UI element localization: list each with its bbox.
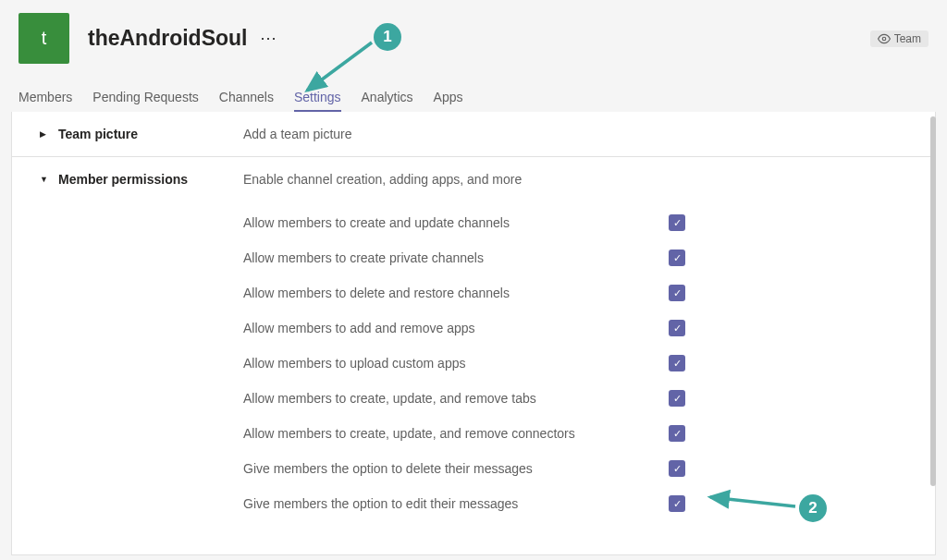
permission-label: Allow members to add and remove apps bbox=[243, 321, 669, 335]
tab-pending-requests[interactable]: Pending Requests bbox=[92, 90, 198, 112]
caret-down-icon: ▼ bbox=[40, 175, 49, 184]
section-team-picture[interactable]: ▶ Team picture Add a team picture bbox=[12, 112, 935, 156]
team-name: theAndroidSoul bbox=[88, 26, 247, 51]
check-icon: ✓ bbox=[673, 253, 682, 263]
permission-label: Allow members to delete and restore chan… bbox=[243, 286, 669, 300]
section-title: Member permissions bbox=[58, 172, 243, 187]
permission-checkbox[interactable]: ✓ bbox=[669, 214, 685, 231]
permission-label: Allow members to create and update chann… bbox=[243, 215, 669, 230]
permission-row: Allow members to delete and restore chan… bbox=[12, 275, 935, 310]
check-icon: ✓ bbox=[673, 288, 682, 298]
check-icon: ✓ bbox=[673, 218, 682, 228]
permission-checkbox[interactable]: ✓ bbox=[669, 425, 685, 442]
permission-checkbox[interactable]: ✓ bbox=[669, 355, 685, 371]
check-icon: ✓ bbox=[673, 464, 682, 474]
tab-analytics[interactable]: Analytics bbox=[362, 90, 413, 112]
tab-channels[interactable]: Channels bbox=[219, 90, 274, 112]
permission-row: Allow members to create, update, and rem… bbox=[12, 381, 935, 416]
check-icon: ✓ bbox=[673, 359, 682, 369]
check-icon: ✓ bbox=[673, 394, 682, 404]
tab-settings[interactable]: Settings bbox=[294, 90, 341, 112]
tab-members[interactable]: Members bbox=[18, 90, 72, 112]
permission-checkbox[interactable]: ✓ bbox=[669, 285, 685, 301]
avatar-letter: t bbox=[42, 28, 47, 49]
section-desc: Add a team picture bbox=[243, 127, 352, 141]
section-member-permissions: ▼ Member permissions Enable channel crea… bbox=[12, 156, 935, 536]
eye-icon bbox=[878, 32, 891, 45]
permission-label: Give members the option to delete their … bbox=[243, 461, 669, 476]
badge-label: Team bbox=[894, 32, 921, 45]
permission-row: Give members the option to edit their me… bbox=[12, 486, 935, 521]
permission-checkbox[interactable]: ✓ bbox=[669, 320, 685, 336]
permission-row: Allow members to create private channels… bbox=[12, 240, 935, 275]
section-header[interactable]: ▼ Member permissions Enable channel crea… bbox=[12, 172, 935, 187]
more-options-button[interactable]: ··· bbox=[260, 29, 277, 48]
permission-row: Give members the option to delete their … bbox=[12, 451, 935, 486]
permission-row: Allow members to create and update chann… bbox=[12, 205, 935, 240]
callout-badge-2: 2 bbox=[799, 494, 827, 522]
permission-label: Allow members to upload custom apps bbox=[243, 356, 669, 371]
tab-bar: Members Pending Requests Channels Settin… bbox=[18, 90, 929, 112]
settings-content: ▶ Team picture Add a team picture ▼ Memb… bbox=[11, 112, 936, 555]
permission-row: Allow members to create, update, and rem… bbox=[12, 416, 935, 451]
section-title: Team picture bbox=[58, 127, 243, 141]
permission-checkbox[interactable]: ✓ bbox=[669, 250, 685, 266]
scrollbar[interactable] bbox=[930, 116, 936, 558]
permission-checkbox[interactable]: ✓ bbox=[669, 495, 685, 512]
check-icon: ✓ bbox=[673, 323, 682, 334]
check-icon: ✓ bbox=[673, 499, 682, 509]
permission-label: Allow members to create, update, and rem… bbox=[243, 391, 669, 406]
callout-badge-1: 1 bbox=[374, 23, 401, 51]
permission-row: Allow members to upload custom apps ✓ bbox=[12, 346, 935, 381]
permission-label: Give members the option to edit their me… bbox=[243, 496, 669, 511]
section-desc: Enable channel creation, adding apps, an… bbox=[243, 172, 522, 187]
permission-label: Allow members to create private channels bbox=[243, 250, 669, 265]
scrollbar-thumb[interactable] bbox=[930, 116, 936, 486]
permission-checkbox[interactable]: ✓ bbox=[669, 390, 685, 407]
permissions-list: Allow members to create and update chann… bbox=[12, 205, 935, 521]
check-icon: ✓ bbox=[673, 429, 682, 439]
tab-apps[interactable]: Apps bbox=[434, 90, 463, 112]
team-avatar[interactable]: t bbox=[18, 13, 69, 64]
permission-label: Allow members to create, update, and rem… bbox=[243, 426, 669, 441]
caret-right-icon: ▶ bbox=[40, 129, 49, 139]
permission-checkbox[interactable]: ✓ bbox=[669, 460, 685, 477]
privacy-badge[interactable]: Team bbox=[870, 30, 929, 47]
team-header: t theAndroidSoul ··· Team bbox=[18, 13, 929, 64]
svg-point-0 bbox=[882, 37, 886, 41]
permission-row: Allow members to add and remove apps ✓ bbox=[12, 310, 935, 346]
